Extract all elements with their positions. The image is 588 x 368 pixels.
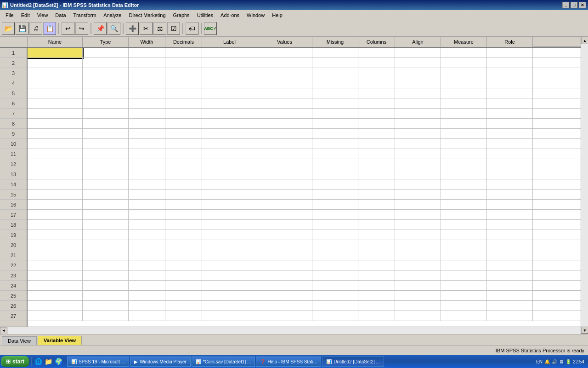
menu-view[interactable]: View	[34, 12, 52, 19]
grid-cell[interactable]	[83, 78, 129, 88]
menu-help[interactable]: Help	[268, 12, 286, 19]
network-icon[interactable]: 🖥	[559, 359, 564, 364]
grid-cell[interactable]	[129, 220, 165, 230]
grid-cell[interactable]	[202, 129, 257, 139]
col-header-missing[interactable]: Missing	[312, 37, 358, 47]
grid-cell[interactable]	[83, 240, 129, 250]
grid-cell[interactable]	[441, 169, 487, 179]
grid-cell[interactable]	[487, 311, 533, 321]
table-row[interactable]	[28, 220, 588, 230]
grid-cell[interactable]	[83, 220, 129, 230]
grid-cell[interactable]	[83, 190, 129, 200]
print-button[interactable]: 🖨	[29, 22, 42, 35]
grid-cell[interactable]	[202, 179, 257, 190]
goto-case-button[interactable]: 📌	[94, 22, 107, 35]
menu-utilities[interactable]: Utilities	[193, 12, 217, 19]
grid-cell[interactable]	[358, 301, 395, 311]
grid-cell[interactable]	[441, 200, 487, 210]
grid-cell[interactable]	[312, 190, 358, 200]
table-row[interactable]	[28, 260, 588, 270]
grid-cell[interactable]	[129, 58, 165, 68]
undo-button[interactable]: ↩	[62, 22, 74, 35]
grid-cell[interactable]	[129, 260, 165, 270]
table-row[interactable]	[28, 78, 588, 88]
table-row[interactable]	[28, 139, 588, 149]
volume-icon[interactable]: 🔊	[552, 359, 557, 364]
grid-cell[interactable]	[312, 68, 358, 78]
grid-cell[interactable]	[202, 78, 257, 88]
grid-cell[interactable]	[487, 109, 533, 119]
grid-cell[interactable]	[28, 78, 83, 88]
grid-cell[interactable]	[358, 190, 395, 200]
grid-cell[interactable]	[165, 58, 202, 68]
table-row[interactable]	[28, 48, 588, 58]
grid-cell[interactable]	[129, 210, 165, 220]
grid-cell[interactable]	[202, 240, 257, 250]
grid-cell[interactable]	[312, 129, 358, 139]
grid-cell[interactable]	[257, 281, 312, 291]
grid-cell[interactable]	[312, 240, 358, 250]
grid-cell[interactable]	[395, 220, 441, 230]
grid-cell[interactable]	[83, 139, 129, 149]
grid-cell[interactable]	[487, 98, 533, 109]
grid-cell[interactable]	[202, 260, 257, 270]
grid-cell[interactable]	[28, 291, 83, 301]
grid-cell[interactable]	[358, 78, 395, 88]
tab-data-view[interactable]: Data View	[2, 336, 37, 345]
grid-cell[interactable]	[487, 190, 533, 200]
close-button[interactable]: ✕	[579, 2, 586, 8]
grid-cell[interactable]	[165, 179, 202, 190]
taskbar-cars-dataset[interactable]: 📊 *Cars.sav [DataSet1] ...	[192, 356, 255, 367]
grid-cell[interactable]	[358, 210, 395, 220]
menu-analyze[interactable]: Analyze	[100, 12, 125, 19]
grid-cell[interactable]	[395, 281, 441, 291]
grid-cell[interactable]	[487, 200, 533, 210]
grid-cell[interactable]	[129, 149, 165, 159]
grid-cell[interactable]	[395, 240, 441, 250]
grid-cell[interactable]	[441, 68, 487, 78]
grid-cell[interactable]	[83, 200, 129, 210]
grid-cell[interactable]	[28, 129, 83, 139]
grid-cell[interactable]	[129, 119, 165, 129]
grid-cell[interactable]	[395, 68, 441, 78]
grid-cell[interactable]	[28, 250, 83, 260]
grid-cell[interactable]	[312, 291, 358, 301]
grid-cell[interactable]	[129, 179, 165, 190]
grid-cell[interactable]	[312, 139, 358, 149]
table-row[interactable]	[28, 270, 588, 281]
grid-cell[interactable]	[487, 240, 533, 250]
grid-cell[interactable]	[358, 88, 395, 98]
grid-cell[interactable]	[358, 179, 395, 190]
table-row[interactable]	[28, 179, 588, 190]
grid-cell[interactable]	[165, 88, 202, 98]
grid-cell[interactable]	[83, 149, 129, 159]
grid-cell[interactable]	[358, 48, 395, 58]
grid-cell[interactable]	[202, 190, 257, 200]
menu-file[interactable]: File	[2, 12, 17, 19]
grid-cell[interactable]	[129, 68, 165, 78]
grid-cell[interactable]	[28, 68, 83, 78]
grid-cell[interactable]	[395, 129, 441, 139]
grid-cell[interactable]	[257, 179, 312, 190]
grid-cell[interactable]	[257, 78, 312, 88]
grid-cell[interactable]	[165, 149, 202, 159]
grid-cell[interactable]	[83, 68, 129, 78]
grid-cell[interactable]	[358, 270, 395, 281]
grid-cell[interactable]	[28, 190, 83, 200]
grid-cell[interactable]	[312, 230, 358, 240]
grid-cell[interactable]	[28, 88, 83, 98]
grid-cell[interactable]	[28, 119, 83, 129]
grid-cell[interactable]	[257, 220, 312, 230]
grid-cell[interactable]	[441, 119, 487, 129]
table-row[interactable]	[28, 210, 588, 220]
grid-cell[interactable]	[165, 230, 202, 240]
grid-cell[interactable]	[202, 311, 257, 321]
grid-cell[interactable]	[129, 139, 165, 149]
grid-cell[interactable]	[257, 159, 312, 169]
grid-cell[interactable]	[441, 48, 487, 58]
grid-cell[interactable]	[202, 159, 257, 169]
grid-cell[interactable]	[312, 78, 358, 88]
grid-cell[interactable]	[257, 119, 312, 129]
grid-cell[interactable]	[83, 210, 129, 220]
grid-cell[interactable]	[395, 119, 441, 129]
